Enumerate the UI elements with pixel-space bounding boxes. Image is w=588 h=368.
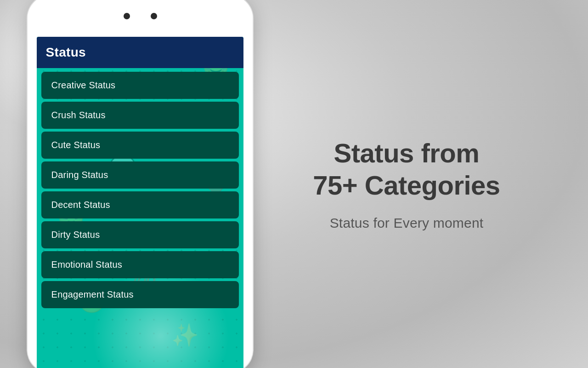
- menu-item-label-creative: Creative Status: [51, 80, 116, 90]
- menu-item-label-cute: Cute Status: [51, 140, 101, 150]
- menu-item-label-crush: Crush Status: [51, 110, 106, 120]
- menu-item-label-dirty: Dirty Status: [51, 230, 100, 240]
- phone-mockup: 😊 ❤️ 💬 😍 🔥 💯 😎 ✨ 😊 ❤️ Status Creative St…: [28, 0, 253, 368]
- menu-list: Creative StatusCrush StatusCute StatusDa…: [37, 68, 244, 368]
- phone-screen: 😊 ❤️ 💬 😍 🔥 💯 😎 ✨ 😊 ❤️ Status Creative St…: [37, 37, 244, 368]
- menu-item-label-decent: Decent Status: [51, 200, 110, 210]
- menu-item-daring[interactable]: Daring Status: [41, 161, 239, 189]
- menu-item-label-engagement: Engagement Status: [51, 289, 134, 299]
- promo-title: Status from75+ Categories: [313, 137, 500, 201]
- app-header-title: Status: [46, 45, 86, 59]
- menu-item-label-emotional: Emotional Status: [51, 259, 122, 270]
- menu-item-engagement[interactable]: Engagement Status: [41, 281, 239, 308]
- phone-frame: 😊 ❤️ 💬 😍 🔥 💯 😎 ✨ 😊 ❤️ Status Creative St…: [28, 0, 253, 368]
- phone-speaker: [151, 13, 157, 19]
- menu-item-dirty[interactable]: Dirty Status: [41, 221, 239, 248]
- menu-item-creative[interactable]: Creative Status: [41, 72, 239, 99]
- app-header: Status: [37, 37, 244, 68]
- promo-subtitle: Status for Every moment: [330, 215, 484, 231]
- menu-item-crush[interactable]: Crush Status: [41, 102, 239, 129]
- menu-item-decent[interactable]: Decent Status: [41, 191, 239, 218]
- phone-camera: [124, 13, 130, 19]
- menu-item-cute[interactable]: Cute Status: [41, 132, 239, 159]
- menu-item-label-daring: Daring Status: [51, 170, 108, 180]
- phone-top-bar: [28, 0, 253, 37]
- right-content: Status from75+ Categories Status for Eve…: [225, 119, 588, 249]
- menu-item-emotional[interactable]: Emotional Status: [41, 251, 239, 278]
